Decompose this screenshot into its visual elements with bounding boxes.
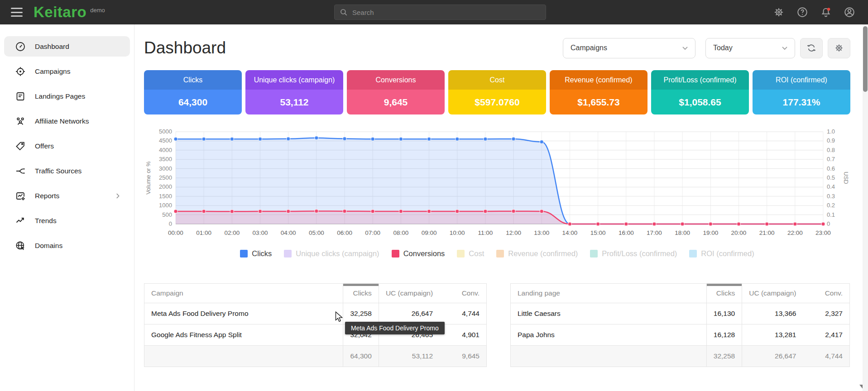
sidebar-item-offers[interactable]: Offers bbox=[4, 134, 130, 158]
svg-text:0: 0 bbox=[827, 220, 830, 227]
legend-swatch bbox=[590, 250, 598, 257]
stat-card-unique-clicks[interactable]: Unique clicks (campaign) 53,112 bbox=[245, 70, 343, 114]
legend-label: Conversions bbox=[403, 249, 445, 258]
legend-item-cost[interactable]: Cost bbox=[457, 249, 484, 258]
total-cell: 26,647 bbox=[742, 346, 803, 367]
stat-card-cost[interactable]: Cost $597.0760 bbox=[448, 70, 546, 114]
column-header-clicks[interactable]: Clicks bbox=[706, 284, 742, 303]
app-logo[interactable]: Keitaro bbox=[34, 4, 86, 21]
sidebar-item-trends[interactable]: Trends bbox=[4, 208, 130, 233]
dashboard-settings-button[interactable] bbox=[828, 38, 850, 58]
legend-swatch bbox=[240, 250, 248, 257]
sidebar: Dashboard Campaigns Landings Pages Affil… bbox=[0, 24, 134, 391]
svg-text:10:00: 10:00 bbox=[450, 229, 465, 236]
refresh-button[interactable] bbox=[800, 38, 823, 58]
svg-text:02:00: 02:00 bbox=[224, 229, 240, 236]
sidebar-item-domains[interactable]: Domains bbox=[4, 233, 130, 258]
svg-text:4500: 4500 bbox=[159, 137, 172, 144]
sidebar-item-landings-pages[interactable]: Landings Pages bbox=[4, 84, 130, 109]
settings-gear-icon[interactable] bbox=[773, 6, 785, 18]
svg-text:00:00: 00:00 bbox=[168, 229, 183, 236]
cell: 16,128 bbox=[706, 324, 742, 346]
stat-card-value: $1,058.65 bbox=[651, 90, 749, 114]
legend-item-clicks[interactable]: Clicks bbox=[240, 249, 272, 258]
topbar-icons bbox=[773, 0, 855, 24]
demo-badge: demo bbox=[90, 7, 105, 14]
stat-card-value: $1,655.73 bbox=[550, 90, 647, 114]
stat-card-profit-loss[interactable]: Profit/Loss (confirmed) $1,058.65 bbox=[651, 70, 749, 114]
legend-item-revenue[interactable]: Revenue (confirmed) bbox=[496, 249, 578, 258]
notifications-bell-icon[interactable] bbox=[820, 6, 832, 18]
landing-pages-table: Landing pageClicksUC (campaign)Conv.Litt… bbox=[510, 283, 850, 367]
table-row[interactable]: Papa Johns16,12813,2812,417 bbox=[511, 324, 850, 346]
legend-item-roi[interactable]: ROI (confirmed) bbox=[689, 249, 754, 258]
svg-text:05:00: 05:00 bbox=[309, 229, 324, 236]
cell: Little Caesars bbox=[511, 303, 707, 324]
column-header-conv[interactable]: Conv. bbox=[440, 284, 486, 303]
sidebar-item-campaigns[interactable]: Campaigns bbox=[4, 59, 130, 84]
column-header-uc-campaign[interactable]: UC (campaign) bbox=[742, 284, 803, 303]
column-header-clicks[interactable]: Clicks bbox=[343, 284, 379, 303]
svg-text:2500: 2500 bbox=[159, 174, 172, 181]
table-row[interactable]: Meta Ads Food Delivery Promo32,25826,647… bbox=[144, 303, 487, 324]
svg-text:1000: 1000 bbox=[159, 202, 172, 209]
hamburger-menu-icon[interactable] bbox=[11, 8, 23, 17]
stat-card-value: $597.0760 bbox=[448, 90, 546, 114]
date-range-select[interactable]: Today bbox=[705, 38, 795, 58]
svg-text:21:00: 21:00 bbox=[759, 229, 775, 236]
cell: 16,130 bbox=[706, 303, 742, 324]
svg-text:08:00: 08:00 bbox=[393, 229, 408, 236]
scrollbar-thumb[interactable] bbox=[863, 26, 868, 92]
total-cell: 64,300 bbox=[343, 346, 379, 367]
stat-card-value: 177.31% bbox=[753, 90, 850, 114]
chevron-down-icon bbox=[780, 43, 789, 52]
page-title: Dashboard bbox=[144, 38, 226, 57]
sidebar-item-reports[interactable]: Reports bbox=[4, 183, 130, 208]
sidebar-item-label: Traffic Sources bbox=[35, 167, 82, 175]
sidebar-item-dashboard[interactable]: Dashboard bbox=[4, 36, 130, 57]
legend-item-profit-loss[interactable]: Profit/Loss (confirmed) bbox=[590, 249, 677, 258]
cell: 13,281 bbox=[742, 324, 803, 346]
column-header-conv[interactable]: Conv. bbox=[803, 284, 849, 303]
user-avatar-icon[interactable] bbox=[844, 6, 855, 18]
column-header-uc-campaign[interactable]: UC (campaign) bbox=[379, 284, 440, 303]
people-icon bbox=[15, 116, 26, 127]
sidebar-item-label: Landings Pages bbox=[35, 92, 85, 100]
svg-text:0.6: 0.6 bbox=[827, 165, 835, 172]
sidebar-item-traffic-sources[interactable]: Traffic Sources bbox=[4, 158, 130, 183]
target-icon bbox=[15, 66, 26, 77]
sidebar-item-affiliate-networks[interactable]: Affiliate Networks bbox=[4, 109, 130, 134]
stat-card-roi[interactable]: ROI (confirmed) 177.31% bbox=[753, 70, 850, 114]
svg-text:0.3: 0.3 bbox=[827, 193, 835, 200]
legend-item-unique-clicks[interactable]: Unique clicks (campaign) bbox=[284, 249, 379, 258]
total-cell: 9,645 bbox=[440, 346, 486, 367]
keitaro-dashboard-page: Keitaro demo Dashboard bbox=[0, 0, 868, 391]
svg-text:18:00: 18:00 bbox=[675, 229, 690, 236]
total-cell bbox=[511, 346, 707, 367]
stat-card-clicks[interactable]: Clicks 64,300 bbox=[144, 70, 242, 114]
cell: 32,258 bbox=[343, 303, 379, 324]
stat-card-revenue[interactable]: Revenue (confirmed) $1,655.73 bbox=[550, 70, 647, 114]
chevron-down-icon bbox=[681, 43, 690, 52]
help-icon[interactable] bbox=[796, 6, 808, 18]
svg-text:17:00: 17:00 bbox=[647, 229, 662, 236]
search-input[interactable] bbox=[348, 9, 546, 16]
svg-text:0.9: 0.9 bbox=[827, 137, 835, 144]
cell: 26,647 bbox=[379, 303, 440, 324]
price-tag-icon bbox=[15, 141, 26, 152]
table-row[interactable]: Little Caesars16,13013,3662,327 bbox=[511, 303, 850, 324]
stat-card-label: Profit/Loss (confirmed) bbox=[651, 70, 749, 90]
campaigns-filter-select[interactable]: Campaigns bbox=[563, 38, 695, 58]
svg-text:04:00: 04:00 bbox=[281, 229, 296, 236]
legend-label: Cost bbox=[469, 249, 484, 258]
column-header-landing-page[interactable]: Landing page bbox=[511, 284, 707, 303]
svg-text:14:00: 14:00 bbox=[562, 229, 578, 236]
stat-card-conversions[interactable]: Conversions 9,645 bbox=[347, 70, 445, 114]
svg-text:500: 500 bbox=[162, 211, 172, 218]
stat-card-label: Clicks bbox=[144, 70, 242, 90]
svg-text:12:00: 12:00 bbox=[506, 229, 521, 236]
sidebar-item-label: Trends bbox=[35, 217, 57, 225]
legend-item-conversions[interactable]: Conversions bbox=[392, 249, 445, 258]
svg-text:06:00: 06:00 bbox=[337, 229, 352, 236]
column-header-campaign[interactable]: Campaign bbox=[144, 284, 343, 303]
